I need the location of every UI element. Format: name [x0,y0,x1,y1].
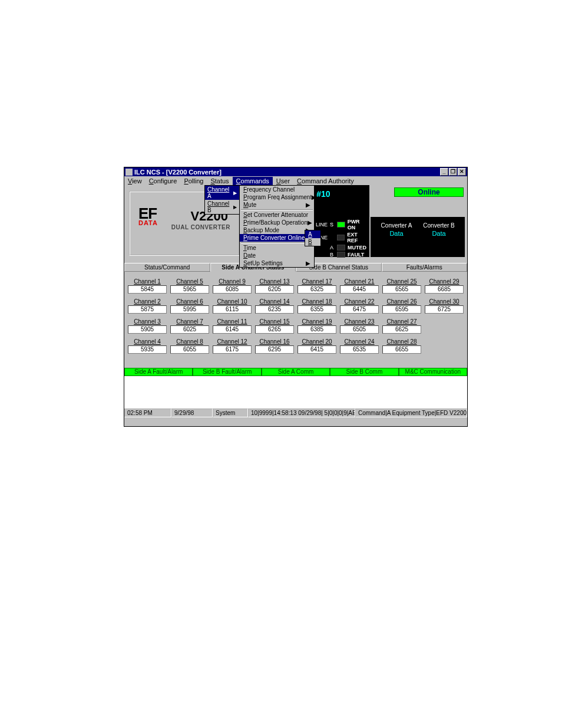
channel-value[interactable]: 5905 [128,325,167,334]
channel-label: Channel 6 [170,298,209,305]
channel-29: Channel 296685 [425,278,464,294]
status-side-b-fault-alarm: Side B Fault/Alarm [193,368,261,376]
menu-commands[interactable]: Commands [233,177,273,185]
menu-bar: ViewConfigurePollingStatusCommandsUserCo… [124,176,467,185]
blank-area [124,376,467,408]
status-strip: Side A Fault/AlarmSide B Fault/AlarmSide… [124,368,467,376]
channel-value[interactable]: 6145 [213,325,252,334]
channel-value[interactable]: 6025 [170,325,209,334]
menu-command-authority[interactable]: Command Authority [293,177,358,185]
channel-value[interactable]: 6625 [382,325,421,334]
channel-label: Channel 9 [213,278,252,285]
submenu-side-a[interactable]: A [305,230,320,238]
tab-faults-alarms[interactable]: Faults/Alarms [382,263,468,272]
channel-19: Channel 196385 [297,318,336,334]
submenu-frequency-channel[interactable]: Frequency Channel [240,186,314,193]
channel-value[interactable]: 6445 [340,285,379,294]
channel-value[interactable]: 6205 [255,285,294,294]
submenu-program-freq-assignment[interactable]: Program Freq Assignment▶ [240,193,314,201]
channel-label: Channel 5 [170,278,209,285]
submenu-time[interactable]: Time [240,244,314,252]
commands-submenu: Channel A▶Channel B▶ [204,185,240,215]
submenu-mute[interactable]: Mute▶ [240,201,314,209]
brand-logo-sub: DATA [138,219,158,226]
indicator-led [337,222,345,228]
channel-15: Channel 156265 [255,318,294,334]
channel-22: Channel 226475 [340,298,379,314]
channel-value[interactable]: 6565 [382,285,421,294]
channel-25: Channel 256565 [382,278,421,294]
channel-label: Channel 12 [213,338,252,345]
channel-value[interactable]: 5875 [128,305,167,314]
status-user: System [213,409,248,417]
submenu-set-converter-attenuator[interactable]: Set Converter Attenuator [240,211,314,219]
submenu-date[interactable]: Date [240,252,314,259]
channel-value[interactable]: 5845 [128,285,167,294]
submenu-prime-converter-online[interactable]: Prime Converter Online▶ [240,234,314,242]
tab-status-command[interactable]: Status/Command [124,263,210,272]
indicator-led [337,235,345,241]
status-log: 10|9999|14:58:13 09/29/98| 5|0|0|0|9|AET [248,409,355,417]
menu-polling[interactable]: Polling [180,177,207,185]
maximize-button[interactable]: ❐ [449,168,457,176]
channel-26: Channel 266595 [382,298,421,314]
prime-converter-submenu: AB [305,230,321,246]
channel-12: Channel 126175 [213,338,252,354]
channel-value[interactable]: 5995 [170,305,209,314]
channel-9: Channel 96085 [213,278,252,294]
channel-24: Channel 246535 [340,338,379,354]
channel-value[interactable]: 6685 [425,285,464,294]
menu-user[interactable]: User [273,177,293,185]
submenu-side-b[interactable]: B [305,238,320,246]
converter-b-title: Converter B [418,222,459,229]
channel-value[interactable]: 5965 [170,285,209,294]
channel-value[interactable]: 6175 [213,345,252,354]
channel-value[interactable]: 6085 [213,285,252,294]
submenu-prime-backup-operation[interactable]: Prime/Backup Operation▶ [240,219,314,226]
channel-5: Channel 55965 [170,278,209,294]
channel-value[interactable]: 6385 [297,325,336,334]
status-right: Command|A Equipment Type|EFD V2200 CNV|E… [355,409,467,417]
channel-7: Channel 76025 [170,318,209,334]
channel-value[interactable]: 6535 [340,345,379,354]
channel-20: Channel 206415 [297,338,336,354]
minimize-button[interactable]: _ [440,168,448,176]
channel-value[interactable]: 6055 [170,345,209,354]
submenu-backup-mode[interactable]: Backup Mode▶ [240,226,314,234]
channel-label: Channel 19 [297,318,336,325]
channel-value[interactable]: 6235 [255,305,294,314]
channel-label: Channel 22 [340,298,379,305]
channel-label: Channel 25 [382,278,421,285]
channel-value[interactable]: 6325 [297,285,336,294]
channel-value[interactable]: 6355 [297,305,336,314]
channel-8: Channel 86055 [170,338,209,354]
channel-value[interactable]: 6115 [213,305,252,314]
channel-label: Channel 2 [128,298,167,305]
channel-value[interactable]: 6295 [255,345,294,354]
submenu-channel-a[interactable]: Channel A▶ [205,186,239,200]
channel-label: Channel 8 [170,338,209,345]
channel-value[interactable]: 6475 [340,305,379,314]
channel-value[interactable]: 6415 [297,345,336,354]
channel-value[interactable]: 6595 [382,305,421,314]
converter-a-title: Converter A [376,222,417,229]
channel-value[interactable]: 6655 [382,345,421,354]
converter-data-panel: Converter A Data Converter B Data [371,217,465,257]
channel-label: Channel 7 [170,318,209,325]
channel-label: Channel 10 [213,298,252,305]
submenu-channel-b[interactable]: Channel B▶ [205,200,239,214]
channel-16: Channel 166295 [255,338,294,354]
menu-configure[interactable]: Configure [146,177,181,185]
channel-value[interactable]: 6505 [340,325,379,334]
channel-10: Channel 106115 [213,298,252,314]
channel-label: Channel 18 [297,298,336,305]
channel-value[interactable]: 6265 [255,325,294,334]
submenu-setup-settings[interactable]: SetUp Settings▶ [240,259,314,267]
close-button[interactable]: ✕ [458,168,466,176]
channel-28: Channel 286655 [382,338,421,354]
brand-logo-text: EF [138,207,158,219]
channel-value[interactable]: 5935 [128,345,167,354]
menu-status[interactable]: Status [207,177,232,185]
channel-value[interactable]: 6725 [425,305,464,314]
menu-view[interactable]: View [124,177,146,185]
